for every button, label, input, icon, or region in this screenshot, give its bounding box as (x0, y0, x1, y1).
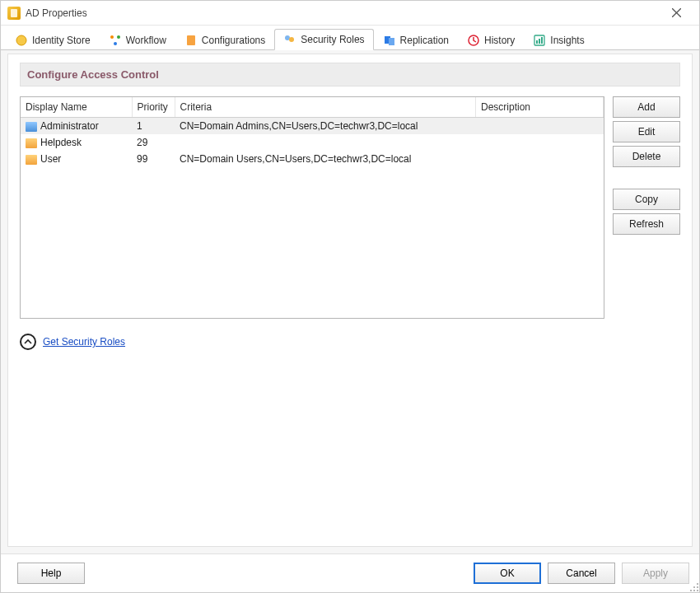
table-header-row: Display Name Priority Criteria Descripti… (21, 97, 604, 118)
copy-button[interactable]: Copy (613, 189, 680, 210)
roles-table[interactable]: Display Name Priority Criteria Descripti… (21, 97, 604, 167)
security-roles-icon (283, 33, 296, 46)
svg-point-8 (289, 37, 294, 42)
side-buttons: Add Edit Delete Copy Refresh (613, 96, 680, 319)
svg-point-4 (117, 35, 120, 39)
get-security-roles-link[interactable]: Get Security Roles (43, 336, 125, 348)
table-row[interactable]: Administrator 1 CN=Domain Admins,CN=User… (21, 118, 604, 135)
configurations-icon (184, 34, 198, 47)
section-header: Configure Access Control (20, 63, 680, 86)
tab-configurations[interactable]: Configurations (175, 29, 274, 50)
cell-display-name: Helpdesk (40, 137, 82, 148)
app-icon (7, 7, 21, 20)
refresh-button[interactable]: Refresh (613, 213, 680, 235)
expand-toggle[interactable] (20, 334, 36, 350)
cell-description (476, 118, 604, 135)
expand-link-row: Get Security Roles (20, 334, 680, 350)
col-criteria[interactable]: Criteria (175, 97, 476, 118)
table-row[interactable]: Helpdesk 29 (21, 134, 604, 151)
svg-rect-14 (539, 39, 540, 44)
cell-priority: 1 (132, 118, 175, 135)
add-button[interactable]: Add (613, 96, 680, 118)
cell-criteria (175, 134, 476, 151)
grid-area: Display Name Priority Criteria Descripti… (20, 96, 680, 319)
cell-criteria: CN=Domain Users,CN=Users,DC=techwr3,DC=l… (175, 151, 476, 167)
ok-button[interactable]: OK (474, 563, 541, 584)
tab-label: Workflow (126, 35, 166, 46)
table-row[interactable]: User 99 CN=Domain Users,CN=Users,DC=tech… (21, 151, 604, 167)
identity-store-icon (15, 34, 28, 47)
tabstrip: Identity Store Workflow Configurations S… (1, 26, 699, 50)
delete-button[interactable]: Delete (613, 146, 680, 167)
tab-replication[interactable]: Replication (374, 29, 458, 50)
svg-point-5 (114, 42, 117, 45)
help-button[interactable]: Help (17, 563, 85, 584)
titlebar: AD Properties (1, 1, 699, 26)
tab-label: Insights (550, 35, 584, 46)
tab-workflow[interactable]: Workflow (100, 29, 175, 50)
svg-rect-6 (187, 35, 195, 45)
tab-insights[interactable]: Insights (524, 29, 593, 50)
dialog-footer: Help OK Cancel Apply (1, 553, 699, 592)
svg-rect-15 (541, 37, 543, 44)
tab-label: Configurations (202, 35, 265, 46)
svg-rect-10 (389, 38, 394, 45)
cancel-button[interactable]: Cancel (548, 563, 615, 584)
cell-priority: 29 (132, 134, 175, 151)
col-display-name[interactable]: Display Name (21, 97, 132, 118)
tab-history[interactable]: History (458, 29, 524, 50)
tab-identity-store[interactable]: Identity Store (6, 29, 100, 50)
tab-security-roles[interactable]: Security Roles (274, 29, 373, 50)
inner-panel: Configure Access Control Display Name Pr… (7, 54, 693, 547)
tab-label: Security Roles (301, 34, 364, 45)
workflow-icon (109, 34, 122, 47)
col-description[interactable]: Description (476, 97, 604, 118)
cell-priority: 99 (132, 151, 175, 167)
svg-point-3 (110, 35, 114, 39)
button-gap (613, 170, 680, 185)
apply-button: Apply (622, 563, 689, 584)
svg-rect-13 (536, 40, 538, 44)
role-icon (26, 122, 37, 132)
svg-point-2 (16, 35, 26, 45)
window-title: AD Properties (26, 7, 660, 19)
roles-table-wrap: Display Name Priority Criteria Descripti… (20, 96, 604, 319)
history-icon (467, 34, 480, 47)
cell-display-name: Administrator (40, 120, 99, 132)
chevron-up-icon (24, 338, 32, 346)
cell-description (476, 151, 604, 167)
role-icon (26, 138, 37, 148)
cell-display-name: User (40, 153, 61, 165)
insights-icon (533, 34, 546, 47)
tab-label: Identity Store (32, 35, 91, 46)
cell-description (476, 134, 604, 151)
tab-label: History (484, 35, 515, 46)
close-icon (672, 8, 681, 17)
role-icon (26, 155, 37, 165)
cell-criteria: CN=Domain Admins,CN=Users,DC=techwr3,DC=… (175, 118, 476, 135)
content-area: Configure Access Control Display Name Pr… (1, 50, 699, 553)
tab-label: Replication (400, 35, 449, 46)
col-priority[interactable]: Priority (132, 97, 175, 118)
resize-grip[interactable] (688, 581, 698, 591)
replication-icon (383, 34, 396, 47)
edit-button[interactable]: Edit (613, 121, 680, 142)
close-button[interactable] (660, 2, 693, 25)
